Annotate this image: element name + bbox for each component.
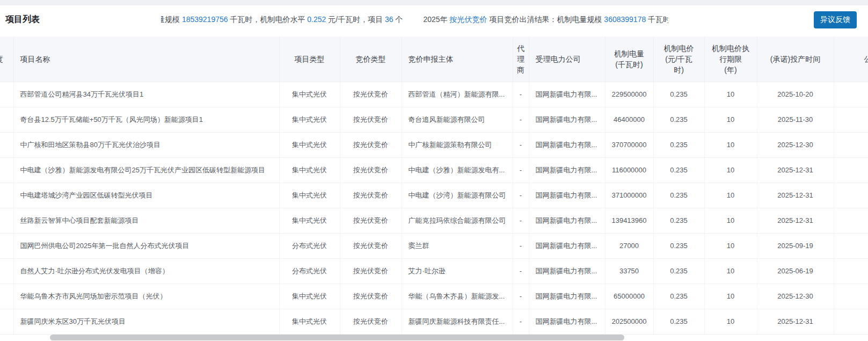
project-table: 度 项目名称 项目类型 竞价类型 竞价申报主体 代理商 受理电力公司 机制电量 … <box>0 37 868 335</box>
table-row: 华能乌鲁木齐市风光同场加密示范项目（光伏） 集中式光伏 按光伏竞价 华能（乌鲁木… <box>0 284 868 309</box>
cell-agent: - <box>513 258 529 284</box>
header-commissioning-date: (承诺)投产时间 <box>757 37 834 82</box>
cell-bid-type: 按光伏竞价 <box>340 258 402 284</box>
cell-accepting-company: 国网新疆电力有限... <box>529 82 605 107</box>
cell-execution-years: 10 <box>704 284 757 309</box>
header-clipped-last-column: 公 <box>834 37 868 82</box>
cell-project-name: 奇台县12.5万千瓦储能+50万千瓦（风光同场）新能源项目1 <box>13 107 279 132</box>
header-bid-entity: 竞价申报主体 <box>402 37 513 82</box>
cell-execution-years: 10 <box>704 82 757 107</box>
summary-result-year: 2025年 <box>424 15 450 24</box>
cell-clipped-last <box>834 157 868 183</box>
cell-clipped <box>0 208 13 233</box>
cell-bid-entity: 西部管道（精河）新能源有限... <box>402 82 513 107</box>
cell-bid-entity: 中广核新能源策勒有限公司 <box>402 132 513 157</box>
cell-agent: - <box>513 233 529 258</box>
cell-agent: - <box>513 107 529 132</box>
clipped-leading-char: 量 <box>161 5 165 33</box>
cell-clipped-last <box>834 82 868 107</box>
header-mechanism-energy: 机制电量 (千瓦时) <box>605 37 653 82</box>
table-body: 西部管道公司精河县34万千瓦光伏项目1 集中式光伏 按光伏竞价 西部管道（精河）… <box>0 82 868 334</box>
cell-mechanism-energy: 33750 <box>605 258 653 284</box>
cell-project-name: 新疆同庆米东区30万千瓦光伏项目 <box>13 309 279 334</box>
horizontal-scrollbar-thumb[interactable] <box>50 335 624 340</box>
project-table-container: 度 项目名称 项目类型 竞价类型 竞价申报主体 代理商 受理电力公司 机制电量 … <box>0 37 868 340</box>
cell-clipped-last <box>834 208 868 233</box>
cell-mechanism-energy: 370700000 <box>605 132 653 157</box>
summary-scale-value: 18539219756 <box>182 15 228 24</box>
cell-commissioning-date: 2025-10-20 <box>757 82 834 107</box>
table-row: 新疆同庆米东区30万千瓦光伏项目 集中式光伏 按光伏竞价 新疆同庆新能源科技有限… <box>0 309 868 334</box>
cell-bid-type: 按光伏竞价 <box>340 284 402 309</box>
cell-clipped-last <box>834 309 868 334</box>
cell-mechanism-price: 0.235 <box>653 107 704 132</box>
summary-result-tail: 千瓦时，机 <box>646 15 668 24</box>
summary-price-value: 0.252 <box>307 15 326 24</box>
cell-clipped-last <box>834 284 868 309</box>
cell-mechanism-price: 0.235 <box>653 309 704 334</box>
cell-execution-years: 10 <box>704 258 757 284</box>
cell-bid-type: 按光伏竞价 <box>340 82 402 107</box>
summary-result-link: 按光伏竞价 <box>450 15 487 24</box>
cell-accepting-company: 国网新疆电力有限... <box>529 284 605 309</box>
cell-project-type: 集中式光伏 <box>279 183 340 208</box>
cell-bid-entity: 华能（乌鲁木齐县）新能源发... <box>402 284 513 309</box>
cell-bid-entity: 广能克拉玛依综合能源有限公司 <box>402 208 513 233</box>
cell-accepting-company: 国网新疆电力有限... <box>529 157 605 183</box>
cell-execution-years: 10 <box>704 107 757 132</box>
cell-execution-years: 10 <box>704 309 757 334</box>
cell-bid-entity: 新疆同庆新能源科技有限责任... <box>402 309 513 334</box>
cell-accepting-company: 国网新疆电力有限... <box>529 107 605 132</box>
cell-clipped <box>0 258 13 284</box>
cell-project-type: 集中式光伏 <box>279 208 340 233</box>
cell-clipped-last <box>834 233 868 258</box>
cell-project-name: 丝路新云智算中心项目配套新能源项目 <box>13 208 279 233</box>
summary-price-label: 千瓦时，机制电价水平 <box>228 15 308 24</box>
cell-mechanism-energy: 27000 <box>605 233 653 258</box>
cell-bid-type: 按光伏竞价 <box>340 132 402 157</box>
cell-commissioning-date: 2025-12-31 <box>757 208 834 233</box>
table-row: 中广核和田地区策勒县80万千瓦光伏治沙项目 集中式光伏 按光伏竞价 中广核新能源… <box>0 132 868 157</box>
cell-project-type: 集中式光伏 <box>279 284 340 309</box>
summary-result-scale-value: 3608399178 <box>604 15 646 24</box>
cell-clipped-last <box>834 107 868 132</box>
cell-agent: - <box>513 309 529 334</box>
cell-project-name: 自然人艾力·吐尔逊分布式光伏发电项目（增容） <box>13 258 279 284</box>
table-header-row: 度 项目名称 项目类型 竞价类型 竞价申报主体 代理商 受理电力公司 机制电量 … <box>0 37 868 82</box>
cell-bid-entity: 中电建（沙雅）新能源发电有... <box>402 157 513 183</box>
cell-bid-entity: 奇台追风新能源有限公司 <box>402 107 513 132</box>
cell-project-name: 西部管道公司精河县34万千瓦光伏项目1 <box>13 82 279 107</box>
header-bid-type: 竞价类型 <box>340 37 402 82</box>
header-project-name: 项目名称 <box>13 37 279 82</box>
cell-clipped <box>0 233 13 258</box>
cell-commissioning-date: 2025-11-30 <box>757 107 834 132</box>
cell-bid-type: 按光伏竞价 <box>340 309 402 334</box>
cell-mechanism-energy: 229500000 <box>605 82 653 107</box>
cell-commissioning-date: 2025-12-31 <box>757 309 834 334</box>
cell-clipped <box>0 132 13 157</box>
cell-project-name: 华能乌鲁木齐市风光同场加密示范项目（光伏） <box>13 284 279 309</box>
cell-execution-years: 10 <box>704 157 757 183</box>
summary-project-unit: 个 <box>393 15 403 24</box>
cell-mechanism-energy: 371000000 <box>605 183 653 208</box>
cell-clipped-last <box>834 183 868 208</box>
cell-clipped-last <box>834 132 868 157</box>
cell-execution-years: 10 <box>704 233 757 258</box>
cell-project-type: 集中式光伏 <box>279 107 340 132</box>
table-row: 中电建（沙雅）新能源发电有限公司25万千瓦光伏产业园区低碳转型新能源项目 集中式… <box>0 157 868 183</box>
cell-commissioning-date: 2025-12-30 <box>757 284 834 309</box>
table-row: 丝路新云智算中心项目配套新能源项目 集中式光伏 按光伏竞价 广能克拉玛依综合能源… <box>0 208 868 233</box>
cell-mechanism-price: 0.235 <box>653 208 704 233</box>
page-title: 项目列表 <box>5 5 40 33</box>
header-project-type: 项目类型 <box>279 37 340 82</box>
cell-clipped-last <box>834 258 868 284</box>
cell-mechanism-price: 0.235 <box>653 233 704 258</box>
cell-bid-type: 按光伏竞价 <box>340 183 402 208</box>
cell-clipped <box>0 309 13 334</box>
cell-accepting-company: 国网新疆电力有限... <box>529 132 605 157</box>
objection-feedback-button[interactable]: 异议反馈 <box>814 11 857 28</box>
cell-clipped <box>0 183 13 208</box>
cell-bid-entity: 中电建（沙湾）新能源有限公司 <box>402 183 513 208</box>
cell-clipped <box>0 157 13 183</box>
cell-bid-type: 按光伏竞价 <box>340 157 402 183</box>
